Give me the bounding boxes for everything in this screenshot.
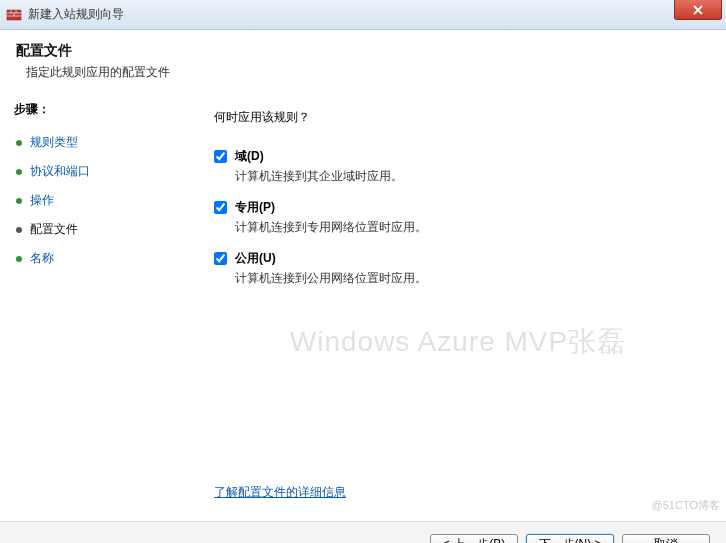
wizard-body: 步骤： 规则类型 协议和端口 操作 配置文件 名称 何时 [0,91,726,521]
cancel-button[interactable]: 取消 [622,534,710,544]
bullet-icon [16,227,22,233]
close-icon [693,5,703,15]
window-title: 新建入站规则向导 [28,6,124,23]
close-button[interactable] [674,0,722,20]
step-label: 操作 [30,192,54,209]
option-domain: 域(D) 计算机连接到其企业域时应用。 [214,148,702,185]
step-label: 配置文件 [30,221,78,238]
option-private: 专用(P) 计算机连接到专用网络位置时应用。 [214,199,702,236]
page-title: 配置文件 [16,42,710,60]
step-protocol-port[interactable]: 协议和端口 [14,157,176,186]
option-desc: 计算机连接到专用网络位置时应用。 [235,219,702,236]
checkbox-private[interactable] [214,201,227,214]
step-name[interactable]: 名称 [14,244,176,273]
bullet-icon [16,169,22,175]
bullet-icon [16,140,22,146]
option-public: 公用(U) 计算机连接到公用网络位置时应用。 [214,250,702,287]
wizard-header: 配置文件 指定此规则应用的配置文件 [0,30,726,91]
step-label: 协议和端口 [30,163,90,180]
option-label: 专用(P) [235,199,275,216]
steps-sidebar: 步骤： 规则类型 协议和端口 操作 配置文件 名称 [0,91,190,521]
option-desc: 计算机连接到公用网络位置时应用。 [235,270,702,287]
step-action[interactable]: 操作 [14,186,176,215]
steps-label: 步骤： [14,101,176,118]
watermark-text: Windows Azure MVP张磊 [190,323,726,361]
step-profile[interactable]: 配置文件 [14,215,176,244]
checkbox-domain[interactable] [214,150,227,163]
checkbox-public[interactable] [214,252,227,265]
option-label: 公用(U) [235,250,276,267]
step-label: 名称 [30,250,54,267]
step-label: 规则类型 [30,134,78,151]
bullet-icon [16,256,22,262]
back-button[interactable]: < 上一步(B) [430,534,518,544]
wizard-window: 新建入站规则向导 配置文件 指定此规则应用的配置文件 步骤： 规则类型 协议和端… [0,0,726,543]
next-button[interactable]: 下一步(N) > [526,534,614,544]
content-panel: 何时应用该规则？ 域(D) 计算机连接到其企业域时应用。 专用(P) 计算机连接… [190,91,726,521]
bullet-icon [16,198,22,204]
page-subtitle: 指定此规则应用的配置文件 [26,64,710,81]
question-text: 何时应用该规则？ [214,109,702,126]
option-desc: 计算机连接到其企业域时应用。 [235,168,702,185]
titlebar: 新建入站规则向导 [0,0,726,30]
wizard-footer: < 上一步(B) 下一步(N) > 取消 [0,521,726,543]
learn-more-link[interactable]: 了解配置文件的详细信息 [214,484,346,501]
firewall-icon [6,7,22,23]
option-label: 域(D) [235,148,264,165]
step-rule-type[interactable]: 规则类型 [14,128,176,157]
